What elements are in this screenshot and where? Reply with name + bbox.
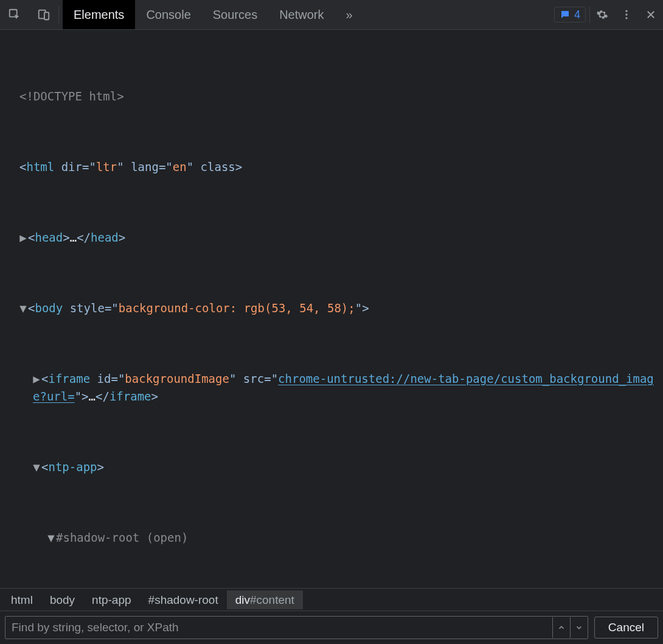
gear-icon[interactable] bbox=[590, 0, 614, 29]
find-input[interactable] bbox=[5, 621, 552, 634]
chevron-up-icon bbox=[557, 623, 566, 632]
crumb-ntp-app[interactable]: ntp-app bbox=[83, 590, 139, 609]
inspect-icon[interactable] bbox=[0, 0, 29, 29]
tab-label: Console bbox=[146, 9, 190, 21]
toolbar-right bbox=[590, 0, 663, 29]
tab-label: » bbox=[346, 9, 353, 21]
dom-node[interactable]: ▶<html dir="ltr" lang="en" class> bbox=[5, 158, 658, 176]
svg-point-5 bbox=[625, 17, 627, 19]
tab-elements[interactable]: Elements bbox=[63, 0, 135, 29]
crumb-body[interactable]: body bbox=[41, 590, 83, 609]
dom-node[interactable]: ▶<!DOCTYPE html> bbox=[5, 88, 658, 105]
crumb-html[interactable]: html bbox=[2, 590, 41, 609]
find-input-wrapper bbox=[5, 616, 588, 639]
messages-counter[interactable]: 4 bbox=[554, 7, 586, 23]
kebab-icon[interactable] bbox=[614, 0, 639, 29]
tab-sources[interactable]: Sources bbox=[202, 0, 268, 29]
device-toggle-icon[interactable] bbox=[29, 0, 58, 29]
panel-tabs: Elements Console Sources Network » bbox=[63, 0, 364, 29]
chevron-down-icon bbox=[575, 623, 583, 632]
find-next-button[interactable] bbox=[570, 617, 588, 638]
separator bbox=[58, 6, 59, 23]
toolbar: Elements Console Sources Network » 4 bbox=[0, 0, 663, 30]
find-bar: Cancel bbox=[0, 611, 663, 644]
tab-label: Network bbox=[279, 9, 324, 21]
crumb-div-content[interactable]: div#content bbox=[227, 590, 303, 609]
tab-network[interactable]: Network bbox=[268, 0, 335, 29]
tab-label: Elements bbox=[74, 9, 124, 21]
svg-point-3 bbox=[625, 10, 627, 12]
message-icon bbox=[560, 9, 571, 20]
tab-label: Sources bbox=[213, 9, 257, 21]
dom-node[interactable]: ▶<iframe id="backgroundImage" src="chrom… bbox=[5, 370, 658, 405]
messages-count-value: 4 bbox=[574, 9, 580, 20]
svg-point-4 bbox=[625, 13, 627, 15]
dom-node[interactable]: ▼<ntp-app> bbox=[5, 458, 658, 476]
dom-node[interactable]: ▼<body style="background-color: rgb(53, … bbox=[5, 299, 658, 317]
dom-tree[interactable]: ▶<!DOCTYPE html> ▶<html dir="ltr" lang="… bbox=[0, 30, 663, 588]
breadcrumb: html body ntp-app #shadow-root div#conte… bbox=[0, 588, 663, 611]
dom-node[interactable]: ▶<head>…</head> bbox=[5, 229, 658, 247]
devtools-window: Elements Console Sources Network » 4 ▶<!… bbox=[0, 0, 663, 644]
tab-console[interactable]: Console bbox=[135, 0, 201, 29]
close-icon[interactable] bbox=[639, 0, 663, 29]
tab-more[interactable]: » bbox=[335, 0, 364, 29]
svg-rect-2 bbox=[44, 12, 49, 19]
node-text: <!DOCTYPE html> bbox=[19, 89, 124, 103]
dom-node[interactable]: ▼#shadow-root (open) bbox=[5, 529, 658, 547]
cancel-button[interactable]: Cancel bbox=[594, 617, 658, 639]
find-prev-button[interactable] bbox=[552, 617, 570, 638]
crumb-shadow-root[interactable]: #shadow-root bbox=[140, 590, 227, 609]
